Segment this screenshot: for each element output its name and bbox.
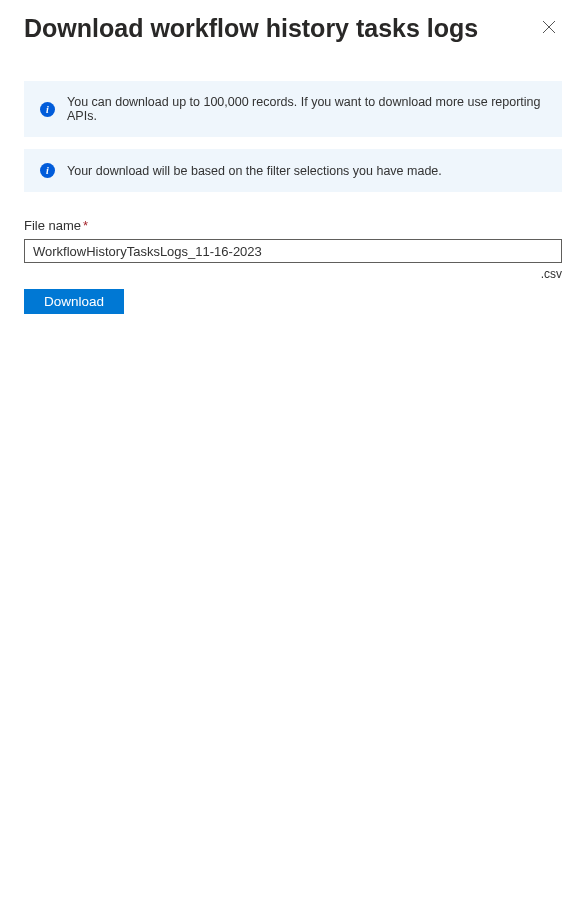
download-panel: Download workflow history tasks logs i Y… xyxy=(0,0,586,328)
info-text-filter: Your download will be based on the filte… xyxy=(67,164,442,178)
file-extension: .csv xyxy=(541,267,562,281)
download-button[interactable]: Download xyxy=(24,289,124,314)
panel-header: Download workflow history tasks logs xyxy=(24,14,562,43)
close-icon xyxy=(542,20,556,37)
required-indicator: * xyxy=(83,218,88,233)
extension-row: .csv xyxy=(24,267,562,281)
info-icon: i xyxy=(40,163,55,178)
info-banner-records: i You can download up to 100,000 records… xyxy=(24,81,562,137)
info-icon: i xyxy=(40,102,55,117)
filename-input[interactable] xyxy=(24,239,562,263)
info-text-records: You can download up to 100,000 records. … xyxy=(67,95,546,123)
info-banner-filter: i Your download will be based on the fil… xyxy=(24,149,562,192)
panel-title: Download workflow history tasks logs xyxy=(24,14,478,43)
form-section: File name* .csv Download xyxy=(24,218,562,314)
filename-label: File name* xyxy=(24,218,562,233)
close-button[interactable] xyxy=(536,14,562,43)
